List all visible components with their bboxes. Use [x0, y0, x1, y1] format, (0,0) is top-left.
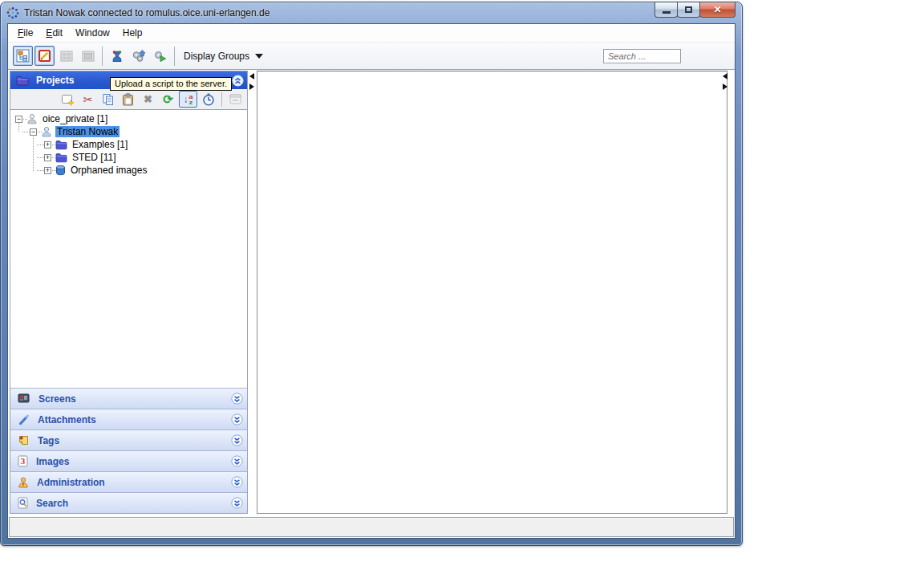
tree-node-label[interactable]: oice_private [1]: [41, 113, 109, 124]
tree-node-project[interactable]: + STED [11]: [10, 151, 247, 164]
new-container-button[interactable]: [59, 91, 77, 108]
run-script-button[interactable]: [150, 46, 170, 66]
tree-view-icon: [16, 49, 30, 63]
tree-node-label[interactable]: Orphaned images: [69, 165, 148, 176]
collapse-toggle[interactable]: −: [15, 116, 22, 123]
tree-node-project[interactable]: + Examples [1]: [10, 138, 247, 151]
user-icon: [41, 126, 52, 137]
copy-icon: [102, 93, 115, 106]
collapse-all-icon: [229, 94, 241, 104]
screens-icon: [18, 393, 30, 404]
sort-alphabetical-icon: ↓ az: [183, 94, 192, 105]
restore-button[interactable]: [677, 2, 700, 18]
expand-section-button[interactable]: [231, 413, 243, 425]
restore-icon: [685, 6, 692, 13]
right-panel-splitter[interactable]: [723, 73, 727, 90]
expand-toggle[interactable]: +: [44, 141, 51, 149]
collapse-panel-button[interactable]: [232, 75, 244, 87]
expand-toggle[interactable]: +: [44, 154, 51, 161]
attachment-icon: [18, 413, 30, 425]
tree-toolbar: ✂ ✖ ⟳: [10, 89, 247, 110]
users-icon: [111, 49, 124, 63]
administration-icon: [18, 477, 29, 488]
copy-button[interactable]: [99, 91, 117, 108]
delete-icon: ✖: [144, 93, 152, 105]
section-label: Search: [36, 498, 68, 509]
image-view-icon: [82, 51, 95, 62]
section-images[interactable]: 3 Images: [10, 450, 247, 471]
cut-icon: ✂: [83, 93, 93, 106]
tree-node-orphaned[interactable]: + Orphaned images: [10, 164, 247, 177]
cut-button[interactable]: ✂: [79, 91, 97, 108]
close-button[interactable]: ✕: [699, 2, 736, 18]
tree-node-label[interactable]: STED [11]: [71, 152, 117, 163]
sort-by-date-button[interactable]: [199, 91, 217, 108]
menu-window[interactable]: Window: [69, 25, 116, 41]
status-bar: [9, 517, 734, 537]
section-label: Administration: [37, 477, 105, 488]
sort-alphabetical-button[interactable]: ↓ az: [179, 91, 197, 108]
annotate-icon: [38, 49, 51, 63]
delete-button[interactable]: ✖: [139, 91, 157, 108]
section-attachments[interactable]: Attachments: [10, 409, 247, 429]
splitter-expand-right-arrow[interactable]: [723, 83, 727, 90]
menubar: File Edit Window Help: [8, 24, 735, 43]
image-view-button: [78, 46, 98, 66]
thumbnail-view-button: [56, 46, 76, 66]
section-search[interactable]: Search: [10, 492, 247, 513]
collapse-all-button: [226, 91, 245, 108]
upload-script-icon: [132, 49, 146, 63]
toolbar-separator: [174, 47, 175, 66]
section-screens[interactable]: Screens: [10, 388, 247, 409]
users-button[interactable]: [107, 46, 127, 66]
menu-help[interactable]: Help: [116, 25, 149, 41]
titlebar[interactable]: Tristan Nowak connected to romulus.oice.…: [1, 2, 742, 23]
display-groups-label: Display Groups: [184, 51, 249, 62]
section-tags[interactable]: Tags: [10, 429, 247, 450]
splitter-collapse-left-arrow[interactable]: [249, 73, 254, 79]
refresh-button[interactable]: ⟳: [159, 91, 177, 108]
expand-section-button[interactable]: [231, 393, 243, 405]
section-label: Images: [36, 456, 69, 467]
expand-toggle[interactable]: +: [44, 167, 51, 174]
chevron-down-icon: [255, 54, 263, 59]
project-tree: − oice_private [1] − Tristan Nowak: [10, 110, 247, 388]
panel-splitter[interactable]: [248, 71, 257, 514]
database-icon: [55, 165, 66, 176]
expand-section-button[interactable]: [231, 476, 243, 488]
section-label: Tags: [38, 435, 59, 446]
menu-file[interactable]: File: [11, 25, 39, 41]
section-administration[interactable]: Administration: [10, 471, 247, 492]
grid-view-icon: [60, 51, 73, 62]
expand-section-button[interactable]: [231, 434, 243, 446]
display-groups-dropdown[interactable]: Display Groups: [178, 51, 269, 62]
window-title: Tristan Nowak connected to romulus.oice.…: [24, 7, 270, 18]
collapse-toggle[interactable]: −: [30, 128, 37, 136]
tree-node-label[interactable]: Tristan Nowak: [55, 126, 120, 137]
tree-node-label[interactable]: Examples [1]: [71, 139, 129, 150]
tree-node-group[interactable]: − oice_private [1]: [10, 112, 247, 125]
upload-script-button[interactable]: [128, 46, 148, 66]
group-icon: [26, 113, 38, 124]
splitter-expand-right-arrow[interactable]: [249, 83, 254, 90]
refresh-icon: ⟳: [163, 93, 173, 105]
menu-edit[interactable]: Edit: [39, 25, 69, 41]
minimize-button[interactable]: [654, 2, 678, 18]
main-content-area[interactable]: [257, 71, 727, 514]
project-folder-icon: [55, 140, 67, 150]
run-script-icon: [153, 49, 167, 63]
paste-button[interactable]: [119, 91, 137, 108]
search-input[interactable]: [603, 49, 681, 63]
projects-panel-title: Projects: [36, 75, 74, 86]
expand-section-button[interactable]: [231, 497, 243, 509]
expand-section-button[interactable]: [231, 455, 243, 467]
tree-node-user[interactable]: − Tristan Nowak: [10, 125, 247, 138]
minimize-icon: [663, 11, 671, 14]
tooltip: Upload a script to the server.: [110, 77, 232, 91]
folder-icon: [16, 75, 29, 86]
splitter-collapse-left-arrow[interactable]: [723, 73, 727, 79]
browse-view-button[interactable]: [13, 46, 33, 66]
close-icon: ✕: [713, 4, 721, 15]
svg-text:3: 3: [20, 458, 25, 466]
annotate-button[interactable]: [34, 46, 55, 66]
